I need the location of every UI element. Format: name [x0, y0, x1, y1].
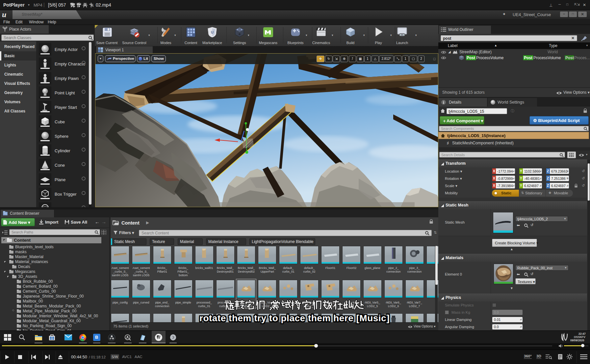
svg-text:22:47: 22:47: [578, 332, 586, 335]
svg-text:09/09/2020: 09/09/2020: [570, 339, 584, 342]
svg-text:U: U: [211, 30, 214, 34]
svg-text:OSSNTV: OSSNTV: [574, 335, 585, 339]
